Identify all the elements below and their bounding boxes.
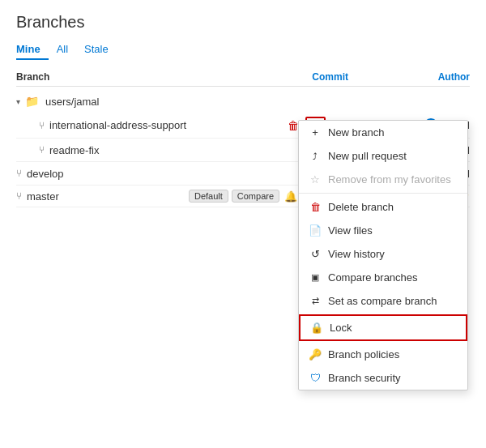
menu-item-branch-security[interactable]: 🛡 Branch security bbox=[299, 366, 467, 390]
chevron-down-icon: ▾ bbox=[16, 97, 20, 106]
menu-item-view-history[interactable]: ↺ View history bbox=[299, 242, 467, 266]
plus-icon: + bbox=[309, 126, 322, 139]
branch-icon: ⑂ bbox=[16, 190, 22, 202]
security-icon: 🛡 bbox=[309, 372, 322, 384]
context-menu: + New branch ⤴ New pull request ☆ Remove… bbox=[298, 120, 468, 390]
menu-item-compare-branches[interactable]: ▣ Compare branches bbox=[299, 266, 467, 289]
lock-icon: 🔒 bbox=[310, 322, 323, 334]
policies-icon: 🔑 bbox=[309, 348, 322, 361]
star-outline-icon: ☆ bbox=[309, 173, 322, 186]
branch-name: readme-fix bbox=[49, 144, 308, 156]
header-author: Author bbox=[397, 71, 470, 83]
menu-item-new-pull-request[interactable]: ⤴ New pull request bbox=[299, 144, 467, 168]
group-name: users/jamal bbox=[45, 96, 99, 108]
table-header: Branch Commit Author bbox=[16, 68, 470, 87]
compare-badge: Compare bbox=[232, 190, 279, 203]
tab-all[interactable]: All bbox=[49, 40, 76, 60]
branch-icon: ⑂ bbox=[39, 144, 45, 156]
branch-icon: ⑂ bbox=[16, 168, 22, 179]
folder-icon: 📁 bbox=[25, 95, 39, 108]
tab-mine[interactable]: Mine bbox=[16, 40, 49, 60]
file-icon: 📄 bbox=[309, 224, 322, 237]
branch-icon: ⑂ bbox=[39, 120, 45, 131]
menu-item-lock[interactable]: 🔒 Lock bbox=[299, 314, 467, 341]
default-badge: Default bbox=[189, 190, 228, 203]
menu-item-remove-favorites: ☆ Remove from my favorites bbox=[299, 168, 467, 191]
menu-item-new-branch[interactable]: + New branch bbox=[299, 121, 467, 144]
pull-request-icon: ⤴ bbox=[309, 151, 322, 161]
page-title: Branches bbox=[16, 13, 470, 32]
compare-icon: ▣ bbox=[309, 272, 322, 283]
set-compare-icon: ⇄ bbox=[309, 296, 322, 306]
branch-name: develop bbox=[27, 168, 308, 180]
header-branch: Branch bbox=[16, 71, 300, 83]
bell-icon[interactable]: 🔔 bbox=[284, 190, 297, 203]
menu-item-delete-branch[interactable]: 🗑 Delete branch bbox=[299, 195, 467, 219]
tab-stale[interactable]: Stale bbox=[76, 40, 117, 60]
group-header[interactable]: ▾ 📁 users/jamal bbox=[16, 90, 470, 113]
branch-name: master bbox=[27, 190, 189, 203]
tabs-bar: Mine All Stale bbox=[16, 40, 470, 60]
branch-name: international-address-support bbox=[49, 119, 284, 131]
menu-item-branch-policies[interactable]: 🔑 Branch policies bbox=[299, 343, 467, 366]
history-icon: ↺ bbox=[309, 248, 322, 260]
menu-item-view-files[interactable]: 📄 View files bbox=[299, 219, 467, 242]
header-commit: Commit bbox=[300, 71, 397, 83]
trash-icon: 🗑 bbox=[309, 201, 322, 213]
menu-item-set-compare-branch[interactable]: ⇄ Set as compare branch bbox=[299, 289, 467, 313]
